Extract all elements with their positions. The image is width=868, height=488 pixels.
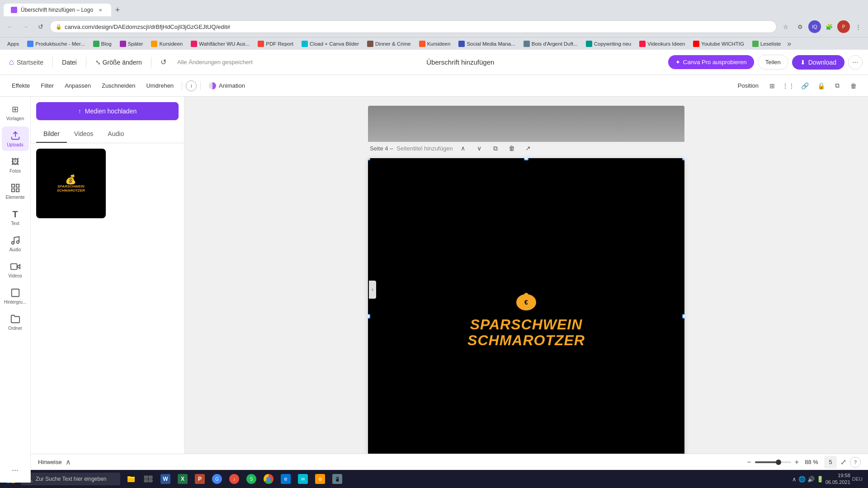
bookmark-blog[interactable]: Blog <box>90 40 115 48</box>
address-bar[interactable]: 🔒 canva.com/design/DAEdomzscjI/drBfjHdCo… <box>50 20 777 33</box>
bookmark-copy[interactable]: Copywriting neu <box>582 40 635 48</box>
profile-btn[interactable]: IQ <box>808 20 821 33</box>
bookmarks-more-btn[interactable]: » <box>785 39 793 49</box>
tab-close-btn[interactable]: ✕ <box>97 6 104 14</box>
taskbar-search[interactable]: 🔍 Zur Suche Text hier eingeben <box>21 473 120 485</box>
info-button[interactable]: i <box>186 80 197 91</box>
battery-icon[interactable]: 🔋 <box>816 476 824 483</box>
sidebar-item-audio[interactable]: Audio <box>2 231 29 256</box>
bookmark-spaeter[interactable]: Später <box>116 40 147 48</box>
taskbar-app1[interactable]: G <box>209 471 225 487</box>
handle-mid-right[interactable] <box>682 314 684 319</box>
help-button[interactable]: ? <box>850 457 861 468</box>
bookmark-video[interactable]: Videokurs Ideen <box>636 40 689 48</box>
taskbar-file-explorer[interactable] <box>123 471 139 487</box>
sidebar-item-videos[interactable]: Videos <box>2 258 29 282</box>
panel-collapse-btn[interactable]: ‹ <box>369 281 376 299</box>
zoom-slider[interactable] <box>755 461 791 463</box>
sidebar-item-uploads[interactable]: Uploads <box>2 127 29 151</box>
fullscreen-btn[interactable]: ⤢ <box>840 458 846 466</box>
handle-top-left[interactable] <box>368 158 370 160</box>
bookmark-kursideen2[interactable]: Kursideen <box>415 40 454 48</box>
design-title[interactable]: Überschrift hinzufügen <box>426 58 494 66</box>
try-pro-button[interactable]: ✦ Canva Pro ausprobieren <box>668 55 754 69</box>
sidebar-item-ordner[interactable]: Ordner <box>2 310 29 334</box>
bookmark-dinner[interactable]: Dinner & Crime <box>363 40 415 48</box>
taskbar-app5[interactable]: ⚙ <box>312 471 328 487</box>
align-icon-btn[interactable]: ⊞ <box>765 79 779 93</box>
sidebar-more-btn[interactable]: ··· <box>2 461 29 479</box>
browser-tab[interactable]: Überschrift hinzufügen – Logo ✕ <box>4 4 111 16</box>
bookmark-youtube[interactable]: Youtube WICHTIG <box>689 40 748 48</box>
refresh-button[interactable]: ↺ <box>34 20 47 33</box>
canvas-area[interactable]: Seite 4 – Seitentitel hinzufügen ∧ ∨ ⧉ 🗑… <box>184 97 868 483</box>
link-icon-btn[interactable]: 🔗 <box>797 79 812 93</box>
filter-button[interactable]: Filter <box>36 80 58 92</box>
tab-audio[interactable]: Audio <box>100 126 131 143</box>
rotate-button[interactable]: Umdrehen <box>142 80 178 92</box>
bookmark-lese[interactable]: Leseliste <box>749 40 784 48</box>
bookmark-social[interactable]: Social Media Mana... <box>455 40 519 48</box>
taskbar-powerpoint[interactable]: P <box>192 471 208 487</box>
bookmark-star[interactable]: ☆ <box>779 20 792 33</box>
adjust-button[interactable]: Anpassen <box>60 80 95 92</box>
zoom-minus-btn[interactable]: − <box>747 458 751 466</box>
copy-icon-btn[interactable]: ⧉ <box>830 79 844 93</box>
handle-top-right[interactable] <box>682 158 684 160</box>
resize-button[interactable]: ⤡ Größe ändern <box>92 56 146 69</box>
grid-icon-btn[interactable]: ⋮⋮ <box>781 79 796 93</box>
bookmark-wahlfaecher[interactable]: Wahlfächer WU Aus... <box>187 40 253 48</box>
page-export-btn[interactable]: ↗ <box>522 142 534 155</box>
bookmark-produktsuche[interactable]: Produktsuche - Mer... <box>24 40 88 48</box>
effects-button[interactable]: Effekte <box>7 80 34 92</box>
home-button[interactable]: ⌂ Startseite <box>5 55 47 70</box>
zoom-slider-thumb[interactable] <box>776 460 781 465</box>
page-duplicate-btn[interactable]: ⧉ <box>489 142 502 155</box>
tab-bilder[interactable]: Bilder <box>36 126 67 143</box>
taskbar-app4[interactable]: ✉ <box>295 471 311 487</box>
page4-add-title[interactable]: Seitentitel hinzufügen <box>396 145 453 152</box>
user-profile[interactable]: P <box>837 20 850 33</box>
bookmark-kursideen[interactable]: Kursideen <box>147 40 186 48</box>
media-thumbnail-1[interactable]: 💰 SPARSCHWEINSCHMAROTZER <box>36 149 106 218</box>
taskbar-chrome[interactable] <box>260 471 277 487</box>
hints-chevron-icon[interactable]: ∧ <box>66 458 71 466</box>
taskbar-clock[interactable]: 19:58 06.05.2021 <box>826 472 850 486</box>
forward-button[interactable]: → <box>19 20 32 33</box>
page-delete-btn[interactable]: 🗑 <box>505 142 518 155</box>
handle-top-center[interactable] <box>524 158 528 160</box>
taskbar-app3[interactable]: S <box>243 471 259 487</box>
bookmark-bois[interactable]: Bois d'Argent Duft... <box>520 40 581 48</box>
position-button[interactable]: Position <box>733 80 763 92</box>
download-button[interactable]: ⬇ Download <box>792 55 844 70</box>
canvas-slide[interactable]: ↺ € <box>368 158 684 474</box>
taskbar-app2[interactable]: ♪ <box>226 471 242 487</box>
extensions-puzzle[interactable]: 🧩 <box>823 20 835 33</box>
delete-icon-btn[interactable]: 🗑 <box>846 79 861 93</box>
page-indicator[interactable]: 5 <box>824 456 837 469</box>
animation-button[interactable]: Animation <box>204 80 250 92</box>
taskbar-app6[interactable]: 📱 <box>329 471 345 487</box>
taskbar-taskview[interactable] <box>140 471 156 487</box>
keyboard-layout[interactable]: DEU <box>852 476 863 482</box>
handle-mid-left[interactable] <box>368 314 370 319</box>
page4-canvas[interactable]: ↺ € <box>368 158 684 483</box>
zoom-plus-btn[interactable]: + <box>795 458 799 466</box>
taskbar-excel[interactable]: X <box>175 471 191 487</box>
upload-media-button[interactable]: ↑ Medien hochladen <box>36 102 179 120</box>
bookmark-canva[interactable]: Cload + Canva Bilder <box>298 40 363 48</box>
bookmark-pdf[interactable]: PDF Report <box>254 40 297 48</box>
page-up-btn[interactable]: ∧ <box>457 142 469 155</box>
tray-expand[interactable]: ∧ <box>792 476 797 483</box>
share-button[interactable]: Teilen <box>758 55 788 70</box>
taskbar-edge[interactable]: e <box>278 471 294 487</box>
volume-icon[interactable]: 🔊 <box>807 476 815 483</box>
more-options-button[interactable]: ··· <box>848 55 863 70</box>
bookmark-apps[interactable]: Apps <box>4 40 23 47</box>
crop-button[interactable]: Zuschneiden <box>97 80 140 92</box>
file-menu[interactable]: Datei <box>58 56 80 69</box>
page-down-btn[interactable]: ∨ <box>473 142 486 155</box>
new-tab-button[interactable]: + <box>111 4 124 16</box>
network-icon[interactable]: 🌐 <box>798 476 806 483</box>
extension-btn[interactable]: ⚙ <box>794 20 807 33</box>
